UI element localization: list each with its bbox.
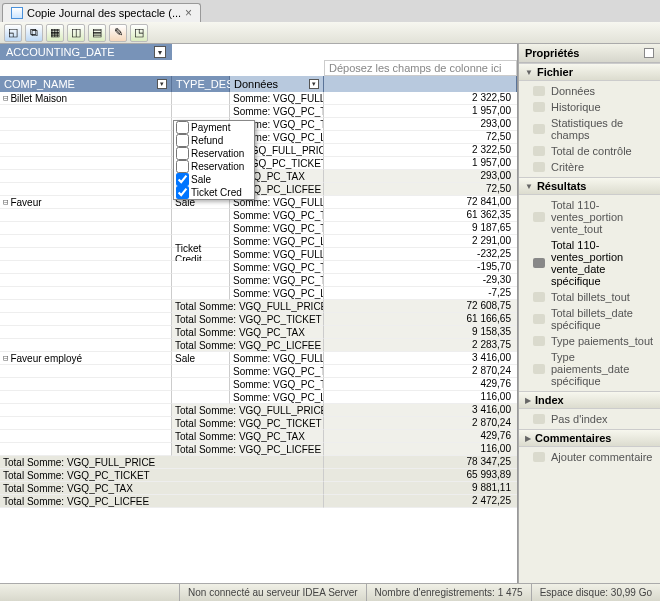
property-item[interactable]: Historique — [519, 99, 660, 115]
section-fichier[interactable]: ▼Fichier — [519, 63, 660, 81]
subtotal-row[interactable]: Total Somme: VGQ_PC_LICFEE116,00 — [0, 443, 517, 456]
field-data[interactable]: Données▾ — [230, 76, 324, 92]
data-row[interactable]: Somme: VGQ_PC_TAX9 187,65 — [0, 222, 517, 235]
toolbar-btn-6[interactable]: ✎ — [109, 24, 127, 42]
property-item[interactable]: Type paiements_date spécifique — [519, 349, 660, 389]
item-icon — [533, 102, 545, 112]
grandtotal-row[interactable]: Total Somme: VGQ_PC_LICFEE2 472,25 — [0, 495, 517, 508]
data-row[interactable]: Somme: VGQ_PC_TAX293,00 — [0, 118, 517, 131]
item-icon — [533, 162, 545, 172]
status-records: Nombre d'enregistrements: 1 475 — [366, 584, 531, 601]
data-row[interactable]: Somme: VGQ_PC_TICKET2 870,24 — [0, 365, 517, 378]
data-row[interactable]: Somme: VGQ_PC_TICKET61 362,35 — [0, 209, 517, 222]
document-tabs: Copie Journal des spectacle (... × — [0, 0, 660, 22]
field-type-desc[interactable]: TYPE_DESC▾ — [172, 76, 230, 92]
toolbar-btn-5[interactable]: ▤ — [88, 24, 106, 42]
section-comments[interactable]: ▶Commentaires — [519, 429, 660, 447]
item-icon — [533, 414, 545, 424]
data-row[interactable]: Somme: VGQ_PC_TICKET1 957,00 — [0, 105, 517, 118]
property-item[interactable]: Pas d'index — [519, 411, 660, 427]
data-row[interactable]: Somme: VGQ_PC_LICFEE116,00 — [0, 391, 517, 404]
property-item[interactable]: Total 110-ventes_portion vente_tout — [519, 197, 660, 237]
filter-option[interactable]: Payment — [174, 121, 254, 134]
data-row[interactable]: Somme: VGQ_PC_TICKET-195,70 — [0, 261, 517, 274]
item-icon — [533, 124, 545, 134]
item-icon — [533, 212, 545, 222]
data-row[interactable]: ⊟Billet MaisonSomme: VGQ_FULL_PRICE2 322… — [0, 92, 517, 105]
item-icon — [533, 146, 545, 156]
item-icon — [533, 258, 545, 268]
item-icon — [533, 314, 545, 324]
item-icon — [533, 364, 545, 374]
subtotal-row[interactable]: Total Somme: VGQ_FULL_PRICE72 608,75 — [0, 300, 517, 313]
field-comp-name[interactable]: COMP_NAME▾ — [0, 76, 172, 92]
document-icon — [11, 7, 23, 19]
toolbar-btn-7[interactable]: ◳ — [130, 24, 148, 42]
subtotal-row[interactable]: Total Somme: VGQ_PC_TAX9 158,35 — [0, 326, 517, 339]
value-column — [324, 76, 517, 92]
column-drop-zone[interactable]: Déposez les champs de colonne ici — [324, 60, 517, 76]
dropdown-icon[interactable]: ▾ — [154, 46, 166, 58]
property-item[interactable]: Total 110-ventes_portion vente_date spéc… — [519, 237, 660, 289]
data-row[interactable]: ⊟Faveur employéSaleSomme: VGQ_FULL_PRICE… — [0, 352, 517, 365]
data-row[interactable]: Somme: VGQ_PC_LICFEE-7,25 — [0, 287, 517, 300]
subtotal-row[interactable]: Total Somme: VGQ_PC_TICKET2 870,24 — [0, 417, 517, 430]
subtotal-row[interactable]: Total Somme: VGQ_PC_TAX293,00 — [0, 170, 517, 183]
data-row[interactable]: Ticket CreditSomme: VGQ_FULL_PRICE-232,2… — [0, 248, 517, 261]
tab-title: Copie Journal des spectacle (... — [27, 7, 181, 19]
item-icon — [533, 452, 545, 462]
toolbar-btn-2[interactable]: ⧉ — [25, 24, 43, 42]
filter-option[interactable]: Sale — [174, 173, 254, 186]
subtotal-row[interactable]: Total Somme: VGQ_PC_LICFEE72,50 — [0, 183, 517, 196]
subtotal-row[interactable]: Total Somme: VGQ_PC_TAX429,76 — [0, 430, 517, 443]
status-disk: Espace disque: 30,99 Go — [531, 584, 660, 601]
status-server: Non connecté au serveur IDEA Server — [179, 584, 366, 601]
property-item[interactable]: Total billets_date spécifique — [519, 305, 660, 333]
pivot-grid: ACCOUNTING_DATE▾ Déposez les champs de c… — [0, 44, 518, 583]
property-item[interactable]: Total de contrôle — [519, 143, 660, 159]
data-row[interactable]: Somme: VGQ_PC_LICFEE2 291,00 — [0, 235, 517, 248]
item-icon — [533, 86, 545, 96]
item-icon — [533, 292, 545, 302]
section-index[interactable]: ▶Index — [519, 391, 660, 409]
field-accounting-date[interactable]: ACCOUNTING_DATE▾ — [0, 44, 172, 60]
filter-option[interactable]: Reservation — [174, 147, 254, 160]
subtotal-row[interactable]: Total Somme: VGQ_PC_LICFEE2 283,75 — [0, 339, 517, 352]
subtotal-row[interactable]: Total Somme: VGQ_FULL_PRICE3 416,00 — [0, 404, 517, 417]
pin-icon[interactable] — [644, 48, 654, 58]
property-item[interactable]: Ajouter commentaire — [519, 449, 660, 465]
properties-title: Propriétés — [519, 44, 660, 63]
status-bar: Non connecté au serveur IDEA Server Nomb… — [0, 583, 660, 601]
close-icon[interactable]: × — [185, 6, 192, 20]
type-filter-popup[interactable]: PaymentRefundReservationReservationSaleT… — [173, 120, 255, 200]
property-item[interactable]: Type paiements_tout — [519, 333, 660, 349]
pivot-toolbar: ◱ ⧉ ▦ ◫ ▤ ✎ ◳ — [0, 22, 660, 44]
section-resultats[interactable]: ▼Résultats — [519, 177, 660, 195]
properties-panel: Propriétés ▼Fichier DonnéesHistoriqueSta… — [518, 44, 660, 583]
property-item[interactable]: Critère — [519, 159, 660, 175]
active-tab[interactable]: Copie Journal des spectacle (... × — [2, 3, 201, 22]
data-row[interactable]: ⊟FaveurSaleSomme: VGQ_FULL_PRICE72 841,0… — [0, 196, 517, 209]
filter-option[interactable]: Reservation — [174, 160, 254, 173]
toolbar-btn-3[interactable]: ▦ — [46, 24, 64, 42]
subtotal-row[interactable]: Total Somme: VGQ_PC_TICKET61 166,65 — [0, 313, 517, 326]
filter-option[interactable]: Refund — [174, 134, 254, 147]
data-row[interactable]: e: VGQ_PC_TICKET1 957,00 — [0, 157, 517, 170]
item-icon — [533, 336, 545, 346]
property-item[interactable]: Total billets_tout — [519, 289, 660, 305]
toolbar-btn-4[interactable]: ◫ — [67, 24, 85, 42]
toolbar-btn-1[interactable]: ◱ — [4, 24, 22, 42]
data-row[interactable]: Somme: VGQ_PC_TAX-29,30 — [0, 274, 517, 287]
data-row[interactable]: Somme: VGQ_PC_LICFEE72,50 — [0, 131, 517, 144]
property-item[interactable]: Statistiques de champs — [519, 115, 660, 143]
filter-option[interactable]: Ticket Cred — [174, 186, 254, 199]
data-row[interactable]: Somme: VGQ_PC_TAX429,76 — [0, 378, 517, 391]
property-item[interactable]: Données — [519, 83, 660, 99]
grandtotal-row[interactable]: Total Somme: VGQ_FULL_PRICE78 347,25 — [0, 456, 517, 469]
grandtotal-row[interactable]: Total Somme: VGQ_PC_TAX9 881,11 — [0, 482, 517, 495]
data-row[interactable]: e: VGQ_FULL_PRICE2 322,50 — [0, 144, 517, 157]
grandtotal-row[interactable]: Total Somme: VGQ_PC_TICKET65 993,89 — [0, 469, 517, 482]
